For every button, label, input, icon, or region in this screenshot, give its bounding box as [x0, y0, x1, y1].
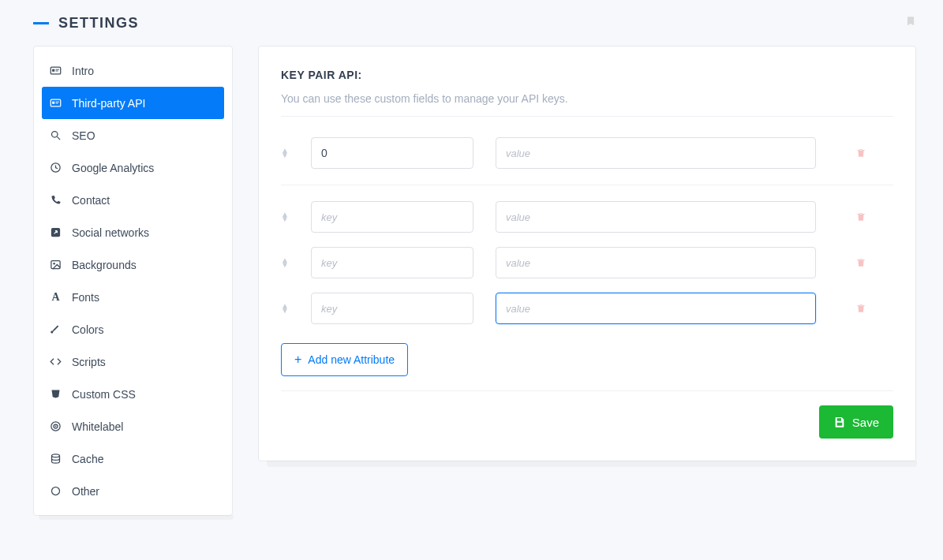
trash-icon[interactable] — [855, 147, 866, 159]
svg-line-9 — [57, 136, 60, 140]
code-icon — [50, 356, 62, 368]
id-card-icon — [50, 65, 62, 77]
brush-icon — [50, 323, 62, 335]
css-icon — [50, 388, 62, 400]
key-pair-rows: ▲▼ ▲▼ ▲▼ — [281, 134, 893, 327]
value-input[interactable] — [496, 201, 816, 233]
key-pair-row: ▲▼ — [281, 289, 893, 327]
sidebar-item-label: Other — [72, 485, 99, 498]
sidebar-item-other[interactable]: Other — [42, 475, 224, 507]
search-icon — [50, 129, 62, 141]
trash-icon[interactable] — [855, 303, 866, 314]
sidebar-item-label: Backgrounds — [72, 259, 137, 271]
sort-handle-icon[interactable]: ▲▼ — [281, 304, 289, 313]
image-icon — [50, 259, 62, 271]
share-icon — [50, 226, 62, 238]
section-title: KEY PAIR API: — [281, 69, 893, 81]
sidebar-item-colors[interactable]: Colors — [42, 313, 224, 345]
value-input[interactable] — [496, 247, 816, 278]
sidebar-item-label: Third-party API — [72, 97, 145, 110]
save-button[interactable]: Save — [819, 405, 893, 439]
phone-icon — [50, 194, 62, 206]
sidebar-item-label: Intro — [72, 65, 94, 77]
sidebar-item-label: Social networks — [72, 226, 149, 239]
section-subtitle: You can use these custom fields to manag… — [281, 92, 893, 105]
divider — [281, 116, 893, 117]
settings-sidebar: Intro Third-party API SEO Google Analyti… — [33, 46, 233, 516]
sidebar-item-fonts[interactable]: A Fonts — [42, 281, 224, 313]
svg-rect-5 — [52, 102, 54, 104]
svg-rect-12 — [51, 261, 60, 269]
key-pair-row: ▲▼ — [281, 198, 893, 236]
svg-point-18 — [52, 487, 60, 495]
key-input[interactable] — [311, 247, 473, 278]
sidebar-item-label: Google Analytics — [72, 162, 154, 174]
key-pair-row: ▲▼ — [281, 244, 893, 282]
value-input[interactable] — [496, 293, 816, 324]
sidebar-item-label: Contact — [72, 194, 110, 207]
circle-icon — [50, 485, 62, 497]
clock-icon — [50, 162, 62, 174]
sidebar-item-scripts[interactable]: Scripts — [42, 345, 224, 378]
key-input[interactable] — [311, 201, 473, 233]
sidebar-item-third-party-api[interactable]: Third-party API — [42, 87, 224, 119]
id-card-icon — [50, 97, 62, 109]
sidebar-item-whitelabel[interactable]: Whitelabel — [42, 410, 224, 442]
key-input[interactable] — [311, 137, 473, 169]
sort-handle-icon[interactable]: ▲▼ — [281, 212, 289, 222]
sidebar-item-label: Custom CSS — [72, 388, 136, 401]
divider — [281, 390, 893, 391]
svg-point-13 — [53, 263, 55, 265]
plus-icon: + — [294, 353, 301, 366]
sidebar-item-intro[interactable]: Intro — [42, 54, 224, 87]
sidebar-item-label: Fonts — [72, 291, 99, 304]
svg-rect-1 — [52, 69, 54, 72]
sidebar-item-cache[interactable]: Cache — [42, 442, 224, 475]
add-attribute-button[interactable]: + Add new Attribute — [281, 343, 408, 376]
save-icon — [833, 416, 846, 428]
sidebar-item-google-analytics[interactable]: Google Analytics — [42, 151, 224, 184]
database-icon — [50, 453, 62, 465]
divider — [281, 185, 893, 185]
value-input[interactable] — [496, 137, 816, 169]
header-accent — [33, 22, 49, 24]
font-icon: A — [50, 291, 62, 303]
trash-icon[interactable] — [855, 257, 866, 268]
sidebar-item-label: SEO — [72, 129, 95, 142]
svg-point-16 — [55, 426, 57, 427]
bookmark-icon[interactable] — [905, 14, 916, 32]
sidebar-item-label: Whitelabel — [72, 420, 123, 433]
sort-handle-icon[interactable]: ▲▼ — [281, 148, 289, 158]
sidebar-item-label: Scripts — [72, 356, 106, 368]
sidebar-item-social-networks[interactable]: Social networks — [42, 216, 224, 248]
sidebar-item-backgrounds[interactable]: Backgrounds — [42, 248, 224, 281]
svg-point-17 — [52, 454, 60, 457]
svg-rect-2 — [56, 69, 59, 70]
svg-rect-6 — [56, 102, 59, 103]
page-title: SETTINGS — [58, 15, 139, 32]
sidebar-item-label: Colors — [72, 323, 103, 336]
svg-rect-3 — [56, 71, 58, 72]
svg-point-8 — [52, 132, 58, 138]
target-icon — [50, 420, 62, 432]
sidebar-item-seo[interactable]: SEO — [42, 119, 224, 151]
add-attribute-label: Add new Attribute — [308, 353, 395, 366]
sidebar-item-label: Cache — [72, 453, 103, 465]
save-label: Save — [852, 416, 879, 429]
trash-icon[interactable] — [855, 211, 866, 222]
sidebar-item-contact[interactable]: Contact — [42, 184, 224, 216]
settings-panel: KEY PAIR API: You can use these custom f… — [258, 46, 916, 461]
sort-handle-icon[interactable]: ▲▼ — [281, 258, 289, 267]
svg-rect-7 — [56, 103, 58, 104]
sidebar-item-custom-css[interactable]: Custom CSS — [42, 378, 224, 410]
key-pair-row: ▲▼ — [281, 134, 893, 172]
key-input[interactable] — [311, 293, 473, 324]
